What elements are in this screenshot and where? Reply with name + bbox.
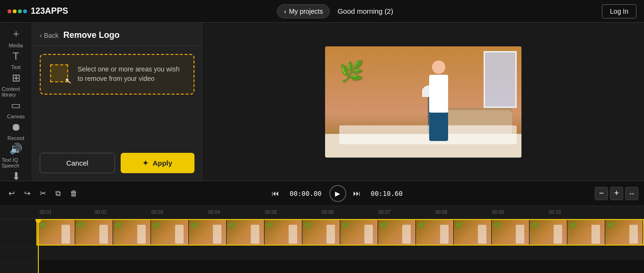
undo-button[interactable]: ↩ xyxy=(6,186,18,201)
thumb-leaf-icon: 🌿 xyxy=(229,222,236,229)
fast-forward-icon: ⏭ xyxy=(353,189,361,198)
video-background: 🌿 xyxy=(325,46,521,158)
thumb-leaf-icon: 🌿 xyxy=(39,222,46,229)
sidebar-item-content-library[interactable]: ⊞ Content library xyxy=(2,72,30,97)
dot-green xyxy=(18,9,22,13)
thumb-leaf-icon: 🌿 xyxy=(456,222,463,229)
thumb-person xyxy=(364,225,373,244)
main-area: ＋ Media T Text ⊞ Content library ▭ Canva… xyxy=(0,23,644,181)
zoom-in-button[interactable]: + xyxy=(610,187,623,200)
my-projects-label: My projects xyxy=(289,8,323,15)
sidebar-item-canvas[interactable]: ▭ Canvas xyxy=(2,99,30,119)
person-figure xyxy=(420,61,458,146)
thumb-person xyxy=(516,225,524,244)
zoom-out-icon: − xyxy=(599,188,604,198)
total-time-display: 00:10.60 xyxy=(367,190,406,197)
thumb-person xyxy=(554,225,562,244)
play-button[interactable]: ▶ xyxy=(329,185,346,202)
ruler-mark-8: 00:08 xyxy=(435,210,492,215)
greeting-text: Good morning (2) xyxy=(337,7,393,15)
dot-red xyxy=(8,9,11,13)
expand-button[interactable]: ↔ xyxy=(625,187,638,200)
fast-forward-button[interactable]: ⏭ xyxy=(350,186,363,201)
download-icon: ⬇ xyxy=(12,170,20,181)
timeline-ruler: 00:01 00:02 00:03 00:04 00:05 00:06 00:0… xyxy=(0,206,644,219)
undo-icon: ↩ xyxy=(9,189,15,198)
record-icon: ⏺ xyxy=(11,121,21,133)
ruler-mark-7: 00:07 xyxy=(379,210,435,215)
thumb-leaf-icon: 🌿 xyxy=(266,222,273,229)
thumb-leaf-icon: 🌿 xyxy=(531,222,538,229)
panel-header: ‹ Back Remove Logo xyxy=(32,23,202,46)
copy-button[interactable]: ⧉ xyxy=(53,186,63,201)
delete-icon: 🗑 xyxy=(70,189,78,198)
cancel-button[interactable]: Cancel xyxy=(40,153,115,173)
playhead[interactable] xyxy=(38,219,39,273)
cut-button[interactable]: ✂ xyxy=(37,186,49,201)
person-legs xyxy=(429,113,448,141)
audio-track-label xyxy=(0,247,36,263)
track-labels xyxy=(0,219,36,273)
panel-title: Remove Logo xyxy=(63,30,120,40)
logo-overlay: 🌿 xyxy=(339,60,364,83)
delete-button[interactable]: 🗑 xyxy=(67,186,80,201)
zoom-out-button[interactable]: − xyxy=(595,187,608,200)
apply-button[interactable]: ✦ Apply xyxy=(121,153,195,173)
current-time-display: 00:00.00 xyxy=(286,190,325,197)
sidebar-item-record[interactable]: ⏺ Record xyxy=(2,121,30,141)
app-logo: 123APPS xyxy=(8,6,68,16)
sidebar-item-label: Canvas xyxy=(7,114,25,119)
topbar: 123APPS ‹ My projects Good morning (2) L… xyxy=(0,0,644,23)
thumbnail-14: 🌿 xyxy=(529,220,567,245)
redo-button[interactable]: ↪ xyxy=(21,186,33,201)
my-projects-button[interactable]: ‹ My projects xyxy=(277,4,330,18)
person-body xyxy=(429,75,448,113)
dot-blue xyxy=(23,9,27,13)
thumb-person xyxy=(440,225,449,244)
leaf-logo-icon: 🌿 xyxy=(339,60,364,83)
ruler-mark-2: 00:02 xyxy=(95,210,151,215)
zoom-controls: − + ↔ xyxy=(595,187,638,200)
sidebar-item-media[interactable]: ＋ Media xyxy=(2,26,30,48)
topbar-center: ‹ My projects Good morning (2) xyxy=(277,4,393,18)
thumbnail-9: 🌿 xyxy=(340,220,378,245)
thumb-leaf-icon: 🌿 xyxy=(418,222,425,229)
ruler-mark-10: 00:10 xyxy=(549,210,606,215)
thumbnail-8: 🌿 xyxy=(302,220,340,245)
thumb-leaf-icon: 🌿 xyxy=(494,222,501,229)
magic-icon: ✦ xyxy=(142,159,149,167)
login-button[interactable]: Log In xyxy=(602,4,636,18)
sidebar-item-label: Text IQ Speech xyxy=(2,157,30,168)
thumbnail-2: 🌿 xyxy=(75,220,113,245)
dot-yellow xyxy=(13,9,17,13)
timeline: ↩ ↪ ✂ ⧉ 🗑 ⏮ 00:00.00 ▶ ⏭ 00:10.60 − xyxy=(0,181,644,273)
sidebar-item-save[interactable]: ⬇ Save xyxy=(2,170,30,181)
thumb-leaf-icon: 🌿 xyxy=(607,222,614,229)
thumbnail-12: 🌿 xyxy=(454,220,492,245)
plus-icon: ＋ xyxy=(11,26,21,41)
video-track-label xyxy=(0,219,36,247)
logo-dots xyxy=(8,9,27,13)
video-track[interactable]: 🌿 🌿 🌿 🌿 xyxy=(36,219,644,246)
ruler-mark-9: 00:09 xyxy=(492,210,549,215)
thumbnail-7: 🌿 xyxy=(265,220,302,245)
back-button[interactable]: ‹ Back xyxy=(40,32,59,39)
sidebar-item-text[interactable]: T Text xyxy=(2,50,30,70)
instruction-text: Select one or more areas you wish to rem… xyxy=(78,65,186,83)
video-area: 🌿 xyxy=(203,23,644,181)
thumb-person xyxy=(402,225,411,244)
thumb-leaf-icon: 🌿 xyxy=(569,222,576,229)
cursor-icon: ↖ xyxy=(65,76,72,86)
track-content: 🌿 🌿 🌿 🌿 xyxy=(36,219,644,273)
rewind-button[interactable]: ⏮ xyxy=(269,186,282,201)
chevron-left-icon: ‹ xyxy=(40,32,42,39)
thumb-leaf-icon: 🌿 xyxy=(77,222,84,229)
thumbnail-11: 🌿 xyxy=(416,220,454,245)
speech-icon: 🔊 xyxy=(9,143,22,155)
thumbnail-5: 🌿 xyxy=(189,220,227,245)
sidebar-item-text-to-speech[interactable]: 🔊 Text IQ Speech xyxy=(2,143,30,168)
thumb-leaf-icon: 🌿 xyxy=(191,222,198,229)
thumb-person xyxy=(251,225,259,244)
panel-body: ↖ Select one or more areas you wish to r… xyxy=(32,46,202,145)
copy-icon: ⧉ xyxy=(55,189,61,198)
